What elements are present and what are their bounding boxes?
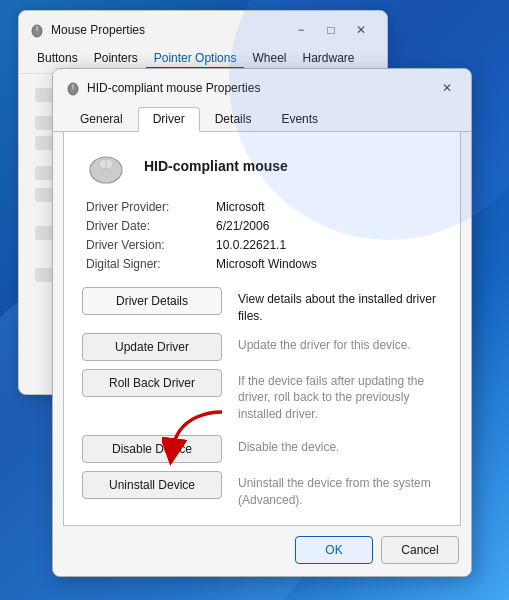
date-value: 6/21/2006: [216, 219, 269, 233]
bg-tab-pointers[interactable]: Pointers: [86, 49, 146, 69]
info-row-version: Driver Version: 10.0.22621.1: [86, 238, 442, 252]
bg-titlebar: Mouse Properties − □ ✕: [19, 11, 387, 47]
signer-label: Digital Signer:: [86, 257, 216, 271]
roll-back-desc: If the device fails after updating the d…: [238, 369, 442, 423]
update-driver-desc: Update the driver for this device.: [238, 333, 442, 354]
bg-tab-pointer-options[interactable]: Pointer Options: [146, 49, 245, 69]
main-title-group: HID-compliant mouse Properties: [65, 80, 260, 96]
roll-back-driver-button[interactable]: Roll Back Driver: [82, 369, 222, 397]
tab-details[interactable]: Details: [200, 107, 267, 131]
bg-window-controls[interactable]: − □ ✕: [287, 19, 375, 41]
bg-close-button[interactable]: ✕: [347, 19, 375, 41]
action-row-uninstall: Uninstall Device Uninstall the device fr…: [82, 471, 442, 509]
tab-events[interactable]: Events: [266, 107, 333, 131]
action-row-roll-back: Roll Back Driver If the device fails aft…: [82, 369, 442, 423]
action-row-update-driver: Update Driver Update the driver for this…: [82, 333, 442, 361]
driver-details-button[interactable]: Driver Details: [82, 287, 222, 315]
disable-device-button[interactable]: Disable Device: [82, 435, 222, 463]
tab-general[interactable]: General: [65, 107, 138, 131]
main-tab-bar: General Driver Details Events: [53, 105, 471, 132]
action-row-disable-device: Disable Device Disable the device.: [82, 435, 442, 463]
dialog-footer: OK Cancel: [53, 526, 471, 576]
driver-details-desc: View details about the installed driver …: [238, 287, 442, 325]
provider-label: Driver Provider:: [86, 200, 216, 214]
device-name-label: HID-compliant mouse: [144, 158, 288, 174]
info-row-date: Driver Date: 6/21/2006: [86, 219, 442, 233]
action-row-driver-details: Driver Details View details about the in…: [82, 287, 442, 325]
tab-driver[interactable]: Driver: [138, 107, 200, 132]
version-label: Driver Version:: [86, 238, 216, 252]
date-label: Driver Date:: [86, 219, 216, 233]
bg-tab-wheel[interactable]: Wheel: [244, 49, 294, 69]
device-header: HID-compliant mouse: [82, 148, 442, 184]
cancel-button[interactable]: Cancel: [381, 536, 459, 564]
info-row-provider: Driver Provider: Microsoft: [86, 200, 442, 214]
main-titlebar: HID-compliant mouse Properties ✕: [53, 69, 471, 105]
main-dialog-title: HID-compliant mouse Properties: [87, 81, 260, 95]
main-close-button[interactable]: ✕: [433, 77, 461, 99]
bg-mouse-icon: [29, 22, 45, 38]
info-row-signer: Digital Signer: Microsoft Windows: [86, 257, 442, 271]
signer-value: Microsoft Windows: [216, 257, 317, 271]
bg-minimize-button[interactable]: −: [287, 19, 315, 41]
main-mouse-icon: [65, 80, 81, 96]
ok-button[interactable]: OK: [295, 536, 373, 564]
update-driver-button[interactable]: Update Driver: [82, 333, 222, 361]
uninstall-desc: Uninstall the device from the system (Ad…: [238, 471, 442, 509]
device-mouse-icon: [82, 148, 130, 184]
bg-window-title: Mouse Properties: [51, 23, 145, 37]
version-value: 10.0.22621.1: [216, 238, 286, 252]
action-buttons-list: Driver Details View details about the in…: [82, 287, 442, 509]
main-content-area: HID-compliant mouse Driver Provider: Mic…: [63, 132, 461, 526]
main-hid-dialog: HID-compliant mouse Properties ✕ General…: [52, 68, 472, 577]
driver-info-table: Driver Provider: Microsoft Driver Date: …: [86, 200, 442, 271]
bg-tab-hardware[interactable]: Hardware: [294, 49, 362, 69]
bg-maximize-button[interactable]: □: [317, 19, 345, 41]
disable-device-desc: Disable the device.: [238, 435, 442, 456]
bg-tab-buttons[interactable]: Buttons: [29, 49, 86, 69]
uninstall-device-button[interactable]: Uninstall Device: [82, 471, 222, 499]
provider-value: Microsoft: [216, 200, 265, 214]
bg-window-title-group: Mouse Properties: [29, 22, 145, 38]
